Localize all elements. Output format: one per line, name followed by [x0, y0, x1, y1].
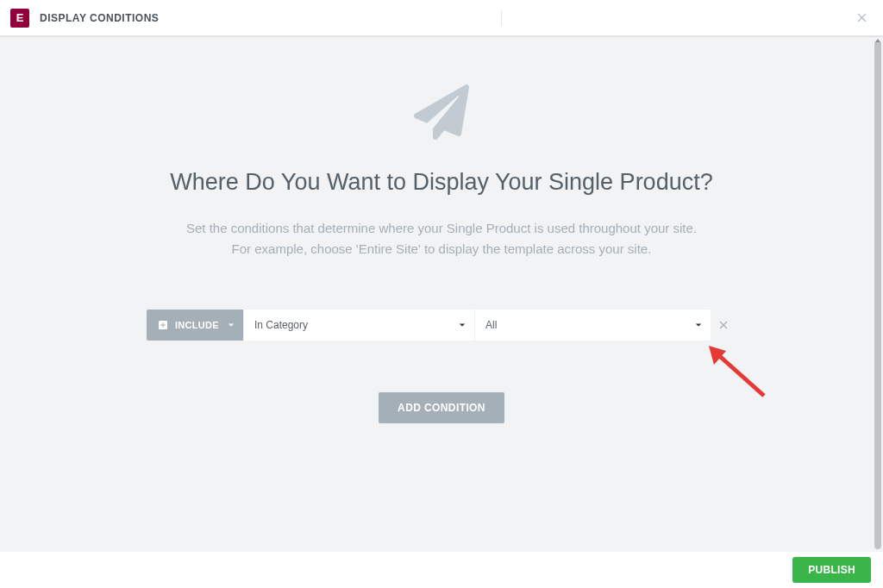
- remove-condition-button[interactable]: [711, 310, 736, 341]
- elementor-logo: E: [10, 9, 29, 28]
- close-icon: [718, 320, 729, 330]
- modal-header: E DISPLAY CONDITIONS: [0, 0, 883, 36]
- conditions-list: INCLUDE In Category All: [79, 310, 804, 341]
- page-description: Set the conditions that determine where …: [79, 218, 804, 260]
- include-label: INCLUDE: [175, 320, 219, 330]
- chevron-down-icon: [459, 319, 466, 331]
- condition-type-value: In Category: [254, 319, 308, 331]
- chevron-down-icon: [228, 320, 235, 330]
- modal-title: DISPLAY CONDITIONS: [40, 12, 159, 24]
- modal-footer: PUBLISH: [0, 552, 883, 588]
- include-exclude-toggle[interactable]: INCLUDE: [147, 310, 243, 341]
- plus-icon: [157, 319, 169, 331]
- content-area: Where Do You Want to Display Your Single…: [79, 37, 804, 423]
- scrollbar[interactable]: [874, 41, 881, 549]
- close-modal-button[interactable]: [852, 8, 873, 28]
- page-heading: Where Do You Want to Display Your Single…: [79, 169, 804, 196]
- condition-type-select[interactable]: In Category: [243, 310, 474, 341]
- description-line-1: Set the conditions that determine where …: [186, 221, 697, 235]
- condition-value-text: All: [485, 319, 497, 331]
- divider: [501, 10, 502, 26]
- paper-plane-icon: [414, 84, 469, 143]
- close-icon: [856, 12, 867, 23]
- chevron-down-icon: [695, 319, 702, 331]
- condition-value-select[interactable]: All: [474, 310, 711, 341]
- publish-button[interactable]: PUBLISH: [792, 557, 871, 583]
- svg-rect-2: [160, 325, 166, 326]
- description-line-2: For example, choose 'Entire Site' to dis…: [232, 241, 652, 256]
- condition-row: INCLUDE In Category All: [147, 310, 736, 341]
- modal-body: Where Do You Want to Display Your Single…: [0, 36, 883, 552]
- add-condition-button[interactable]: ADD CONDITION: [379, 392, 504, 423]
